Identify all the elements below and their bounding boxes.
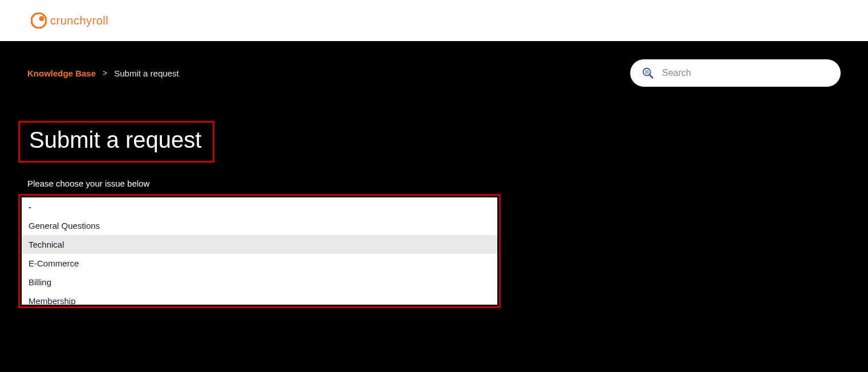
page-title: Submit a request (29, 127, 201, 153)
svg-point-0 (31, 13, 46, 28)
title-highlight-box: Submit a request (18, 121, 214, 163)
search-wrap (630, 59, 841, 87)
brand-logo-link[interactable]: crunchyroll (31, 13, 108, 29)
dropdown-option[interactable]: General Questions (22, 216, 497, 235)
dropdown-option[interactable]: Membership (22, 292, 497, 305)
svg-line-4 (650, 75, 653, 78)
issue-select-label: Please choose your issue below (27, 179, 841, 188)
breadcrumb-current: Submit a request (114, 68, 179, 78)
top-row: Knowledge Base > Submit a request (27, 59, 841, 87)
breadcrumb-knowledge-base-link[interactable]: Knowledge Base (27, 68, 96, 78)
dropdown-option[interactable]: Technical (22, 235, 497, 254)
content-area: Knowledge Base > Submit a request Submit… (0, 41, 868, 308)
dropdown-list[interactable]: -General QuestionsTechnicalE-CommerceBil… (22, 197, 497, 305)
search-icon (642, 67, 654, 79)
svg-point-1 (39, 16, 44, 21)
header-bar: crunchyroll (0, 0, 868, 41)
dropdown-option[interactable]: E-Commerce (22, 254, 497, 273)
dropdown-option[interactable]: - (22, 197, 497, 216)
dropdown-option[interactable]: Billing (22, 273, 497, 292)
dropdown-highlight-box: -General QuestionsTechnicalE-CommerceBil… (18, 194, 501, 308)
breadcrumb: Knowledge Base > Submit a request (27, 68, 179, 78)
search-input[interactable] (630, 59, 841, 87)
issue-dropdown[interactable]: -General QuestionsTechnicalE-CommerceBil… (22, 197, 497, 305)
brand-name: crunchyroll (50, 14, 108, 27)
crunchyroll-icon (31, 13, 47, 29)
svg-point-3 (645, 70, 649, 74)
breadcrumb-separator: > (103, 68, 107, 78)
